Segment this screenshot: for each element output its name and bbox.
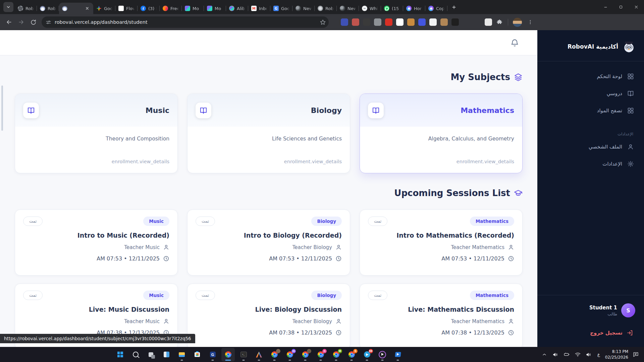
- tab-close-icon[interactable]: [84, 5, 90, 11]
- ext-flower-icon[interactable]: [352, 18, 359, 26]
- file-explorer-button[interactable]: [175, 348, 189, 361]
- browser-tab[interactable]: Cop: [425, 3, 447, 14]
- session-card-intro-music[interactable]: Music تمت Intro to Music (Recorded) Teac…: [15, 209, 178, 276]
- volume-icon-2[interactable]: [585, 351, 592, 358]
- browser-tab[interactable]: Mo: [204, 3, 226, 14]
- close-window-button[interactable]: [629, 0, 644, 14]
- bookmark-star-icon[interactable]: [320, 19, 326, 25]
- browser-tab[interactable]: Rob: [37, 3, 59, 14]
- task-view-button[interactable]: [144, 348, 158, 361]
- player-button[interactable]: [376, 348, 389, 361]
- chrome-profile-3-button[interactable]: [299, 348, 312, 361]
- start-button[interactable]: [113, 348, 127, 361]
- logout-button[interactable]: تسجيل خروج: [546, 317, 635, 347]
- ext-tan-icon[interactable]: [440, 18, 448, 26]
- session-done-button[interactable]: تمت: [196, 291, 215, 300]
- terminal-button[interactable]: [237, 348, 250, 361]
- search-button[interactable]: [129, 348, 142, 361]
- browser-tab[interactable]: (15: [381, 3, 403, 14]
- browser-tab[interactable]: Inbo: [248, 3, 270, 14]
- subject-card-mathematics[interactable]: Mathematics Algebra, Calculus, and Geome…: [360, 94, 523, 173]
- subject-view-details-link[interactable]: enrollment.view_details: [15, 159, 177, 173]
- subject-view-details-link[interactable]: enrollment.view_details: [360, 159, 522, 173]
- reload-button[interactable]: [28, 16, 39, 28]
- chrome-profile-6-button[interactable]: S: [345, 348, 358, 361]
- session-done-button[interactable]: تمت: [23, 291, 43, 300]
- browser-tab[interactable]: Goo: [93, 3, 115, 14]
- ext-globe-icon[interactable]: [341, 18, 348, 26]
- taskbar-clock[interactable]: 8:13 PM 02/25/2026: [605, 349, 628, 360]
- site-info-icon[interactable]: [46, 19, 51, 25]
- subject-view-details-link[interactable]: enrollment.view_details: [187, 159, 350, 173]
- sidebar-item-settings[interactable]: الإعدادات: [543, 157, 639, 171]
- browser-tab[interactable]: Rob: [15, 3, 37, 14]
- ext-wave-icon[interactable]: [418, 18, 426, 26]
- a-app-button[interactable]: [252, 348, 266, 361]
- browser-menu-button[interactable]: [526, 16, 534, 28]
- session-card-intro-biology[interactable]: Biology تمت Intro to Biology (Recorded) …: [187, 209, 350, 276]
- back-button[interactable]: [3, 16, 15, 28]
- notification-center-button[interactable]: [632, 351, 639, 358]
- ext-phone-icon[interactable]: [429, 18, 437, 26]
- profile-avatar[interactable]: [513, 18, 522, 27]
- ext-lens-icon[interactable]: [451, 18, 459, 26]
- notifications-button[interactable]: [508, 36, 521, 49]
- movies-button[interactable]: [391, 348, 405, 361]
- sidebar-item-profile[interactable]: الملف الشخصي: [543, 140, 639, 154]
- ext-cookie-icon[interactable]: [407, 18, 415, 26]
- browser-tab[interactable]: New: [337, 3, 359, 14]
- url-text[interactable]: robovai.vercel.app/dashboard/student: [55, 19, 316, 25]
- browser-tab[interactable]: Mo: [182, 3, 204, 14]
- user-row[interactable]: S Student 1 طالب: [546, 303, 635, 317]
- wifi-icon[interactable]: [574, 351, 581, 358]
- g-app-button[interactable]: [206, 348, 219, 361]
- subject-card-music[interactable]: Music Theory and Composition enrollment.…: [15, 94, 178, 173]
- forward-button[interactable]: [15, 16, 27, 28]
- ext-shield-icon[interactable]: [385, 18, 392, 26]
- volume-icon[interactable]: [552, 351, 559, 358]
- vimeo-icon[interactable]: [463, 18, 470, 26]
- extensions-puzzle-icon[interactable]: [496, 18, 503, 26]
- session-done-button[interactable]: تمت: [368, 217, 387, 226]
- maximize-button[interactable]: [613, 0, 629, 14]
- tab-search-button[interactable]: [3, 2, 13, 12]
- minimize-button[interactable]: [598, 0, 613, 14]
- session-done-button[interactable]: تمت: [368, 291, 387, 300]
- telegram-button[interactable]: 69: [360, 348, 374, 361]
- battery-icon[interactable]: [563, 351, 570, 358]
- input-language-indicator[interactable]: ع: [596, 352, 601, 357]
- chrome-button[interactable]: [221, 348, 235, 361]
- ext-dark-icon[interactable]: [363, 18, 370, 26]
- session-done-button[interactable]: تمت: [196, 217, 215, 226]
- subject-card-biology[interactable]: Biology Life Sciences and Genetics enrol…: [187, 94, 350, 173]
- browser-tab[interactable]: New: [292, 3, 315, 14]
- ext-thumb-icon[interactable]: [485, 18, 492, 26]
- widgets-button[interactable]: [160, 348, 173, 361]
- sidebar-item-dashboard[interactable]: لوحة التحكم: [543, 69, 639, 83]
- ext-o-icon[interactable]: [396, 18, 404, 26]
- sidebar-item-my-lessons[interactable]: دروسي: [543, 86, 639, 101]
- browser-tab[interactable]: Free: [160, 3, 182, 14]
- session-card-live-mathematics[interactable]: Mathematics تمت Live: Mathematics Discus…: [360, 284, 523, 347]
- chrome-profile-4-button[interactable]: n: [314, 348, 327, 361]
- ext-s-gray-icon[interactable]: [374, 18, 381, 26]
- browser-tab[interactable]: Rob: [315, 3, 337, 14]
- browser-tab[interactable]: (3) I: [138, 3, 160, 14]
- tray-overflow-button[interactable]: [541, 351, 548, 358]
- chrome-profile-2-button[interactable]: m: [283, 348, 297, 361]
- chrome-profile-5-button[interactable]: M: [329, 348, 343, 361]
- browser-tab[interactable]: Whi: [359, 3, 381, 14]
- chrome-profile-1-button[interactable]: [268, 348, 281, 361]
- browser-tab[interactable]: Flov: [115, 3, 138, 14]
- session-done-button[interactable]: تمت: [23, 217, 43, 226]
- url-bar[interactable]: robovai.vercel.app/dashboard/student: [42, 16, 329, 28]
- browser-tab[interactable]: Hor: [403, 3, 425, 14]
- browser-tab[interactable]: Goo: [270, 3, 292, 14]
- store-button[interactable]: [191, 348, 204, 361]
- session-card-live-biology[interactable]: Biology تمت Live: Biology Discussion Tea…: [187, 284, 350, 347]
- browser-tab[interactable]: Alib: [226, 3, 248, 14]
- sidebar-item-browse-subjects[interactable]: تصفح المواد: [543, 104, 639, 118]
- new-tab-button[interactable]: [449, 2, 459, 12]
- page-scrollbar[interactable]: [1, 85, 3, 131]
- session-card-intro-mathematics[interactable]: Mathematics تمت Intro to Mathematics (Re…: [360, 209, 523, 276]
